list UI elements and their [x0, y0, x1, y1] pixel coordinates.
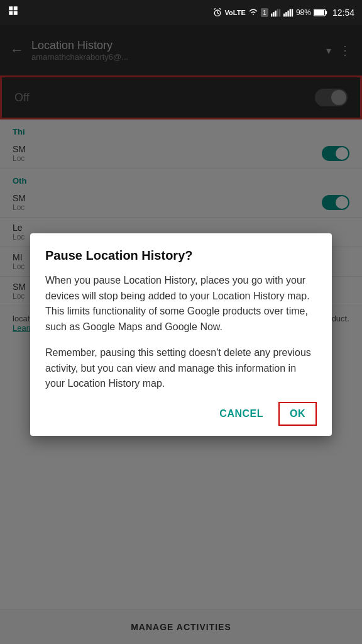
svg-rect-1: [14, 6, 18, 10]
svg-rect-8: [277, 9, 278, 16]
dialog-title: Pause Location History?: [45, 248, 317, 263]
cancel-button[interactable]: CANCEL: [209, 402, 273, 426]
svg-rect-6: [273, 12, 274, 16]
status-icons: VoLTE 1 98% 12:54: [212, 8, 354, 18]
svg-rect-7: [275, 11, 276, 17]
svg-rect-9: [279, 9, 280, 16]
status-time: 12:54: [332, 8, 354, 18]
app-background: ← Location History amarnathchakraborty6@…: [0, 25, 362, 644]
svg-rect-2: [9, 11, 13, 15]
svg-rect-16: [314, 10, 324, 15]
dialog-body: When you pause Location History, places …: [45, 273, 317, 392]
dialog-overlay: Pause Location History? When you pause L…: [0, 25, 362, 644]
svg-rect-17: [326, 11, 327, 14]
svg-rect-0: [9, 6, 13, 10]
notification-icon: [8, 5, 19, 19]
svg-rect-14: [292, 9, 293, 16]
dialog-actions: CANCEL OK: [45, 402, 317, 426]
ok-button[interactable]: OK: [278, 402, 317, 426]
dialog: Pause Location History? When you pause L…: [30, 233, 332, 436]
svg-rect-10: [283, 14, 285, 17]
svg-rect-11: [285, 12, 287, 16]
svg-rect-3: [14, 11, 18, 15]
svg-rect-13: [290, 9, 291, 16]
battery-percent: 98%: [296, 8, 311, 17]
svg-rect-12: [287, 11, 288, 17]
status-bar: VoLTE 1 98% 12:54: [0, 0, 362, 25]
dialog-body-para1: When you pause Location History, places …: [45, 273, 317, 335]
svg-rect-5: [271, 14, 272, 17]
dialog-body-para2: Remember, pausing this setting doesn't d…: [45, 345, 317, 392]
